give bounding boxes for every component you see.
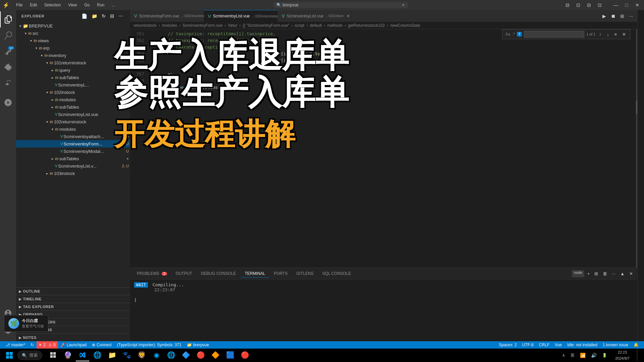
tab-1[interactable]: V ScminventoyForm.vue ...\102returninsto… — [130, 10, 204, 22]
tray-volume[interactable]: 🔊 — [589, 352, 599, 359]
new-terminal-button[interactable]: + — [586, 270, 592, 277]
taskbar-search[interactable]: 🔍 搜索 — [17, 351, 42, 360]
taskbar-app11[interactable]: 🔴 — [238, 349, 252, 361]
tab-2[interactable]: V ScminventoyList.vue ...\102returninsto… — [204, 10, 278, 22]
debug-stop-icon[interactable]: ⏹ — [609, 12, 617, 20]
tray-arrow[interactable]: ∧ — [560, 352, 567, 358]
find-select-highlights-button[interactable]: ≡ — [612, 31, 619, 38]
find-close-button[interactable]: ✕ — [621, 31, 628, 38]
bc-8[interactable]: methods — [326, 23, 343, 28]
outline-header[interactable]: ▶ OUTLINE — [16, 288, 130, 295]
tab-gitlens[interactable]: GITLENS — [292, 270, 317, 277]
status-typescript[interactable]: (TypeScript Importer): Symbols: 371 — [114, 341, 184, 349]
tab-problems[interactable]: PROBLEMS 2 — [133, 270, 171, 277]
layout-icon-3[interactable]: ⊟ — [585, 1, 593, 9]
split-editor-icon[interactable]: ⊞ — [619, 12, 626, 20]
bc-6[interactable]: script — [294, 23, 305, 28]
taskbar-app4[interactable]: 🦁 — [135, 349, 148, 361]
activity-extensions[interactable] — [0, 76, 16, 92]
notes-header[interactable]: ▶ NOTES — [16, 334, 130, 341]
activity-git[interactable]: 12 — [0, 44, 16, 60]
menu-more[interactable]: ... — [109, 2, 118, 8]
status-line-ending[interactable]: CRLF — [536, 341, 552, 349]
tree-103[interactable]: ▸ 🗁 103instock — [16, 170, 130, 177]
run-icon[interactable]: ▶ — [601, 12, 608, 20]
tree-inventory[interactable]: ▾ 🗁 inventory — [16, 52, 130, 59]
tray-network[interactable]: 📶 — [578, 352, 588, 359]
clock[interactable]: 22:23 2024/9/7 — [610, 349, 634, 362]
tree-root[interactable]: ▾ 📁 BRERPVUE — [16, 22, 130, 29]
terminal-close-button[interactable]: ✕ — [628, 270, 635, 277]
tree-modal[interactable]: ▸ V ScminventoyModal... U — [16, 147, 130, 155]
terminal-more-button[interactable]: ··· — [610, 270, 617, 277]
taskbar-app3[interactable]: 🐾 — [120, 349, 133, 361]
taskbar-app10[interactable]: 🟦 — [223, 349, 237, 361]
bc-10[interactable]: newColumnData — [390, 23, 421, 28]
status-bell[interactable]: 🔔 — [631, 341, 641, 349]
minimize-button[interactable]: — — [612, 1, 620, 9]
tree-102return[interactable]: ▾ 🗁 102returninstock ● — [16, 118, 130, 125]
tree-src[interactable]: ▾ 🗁 src — [16, 29, 130, 37]
refresh-icon[interactable]: ↻ — [100, 13, 107, 19]
status-encoding[interactable]: UTF-8 — [520, 341, 536, 349]
notification-popup[interactable]: 🌿 今日白露 查看节气习俗 — [4, 315, 48, 332]
menu-view[interactable]: View — [65, 2, 79, 8]
status-errors[interactable]: ✕ 2 ⚠ 0 — [37, 341, 57, 349]
taskbar-app7[interactable]: 🔷 — [179, 349, 193, 361]
taskbar-cortana[interactable]: 🔮 — [61, 349, 74, 361]
menu-go[interactable]: Go — [82, 2, 92, 8]
status-known-issue[interactable]: 1 known issue — [600, 341, 631, 349]
find-prev-button[interactable]: ↑ — [597, 31, 603, 38]
bc-4[interactable]: Vetur — [227, 23, 238, 28]
title-search-input[interactable] — [283, 3, 401, 7]
tab-ports[interactable]: PORTS — [270, 270, 291, 277]
new-file-icon[interactable]: 📄 — [80, 13, 89, 19]
menu-file[interactable]: File — [13, 2, 25, 8]
taskbar-app8[interactable]: 🔴 — [194, 349, 207, 361]
terminal-maximize-button[interactable]: ▲ — [619, 270, 626, 277]
collapse-icon[interactable]: ⊟ — [109, 13, 116, 19]
activity-debug[interactable] — [0, 60, 16, 76]
layout-icon-1[interactable]: ⊟ — [564, 1, 572, 9]
tabs-more-icon[interactable]: ··· — [627, 12, 635, 20]
taskbar-app9[interactable]: 🔶 — [209, 349, 222, 361]
menu-run[interactable]: Run — [94, 2, 107, 8]
node-label[interactable]: node — [572, 270, 584, 277]
activity-search[interactable] — [0, 27, 16, 44]
code-editor[interactable]: 761 762 763 764 765 766 767 768 769 // t… — [130, 29, 637, 267]
taskbar-view[interactable] — [46, 349, 60, 361]
right-scrollbar[interactable] — [637, 10, 644, 341]
tag-explorer-header[interactable]: ▶ TAG EXPLORER — [16, 303, 130, 310]
find-input[interactable]: brerpvue — [524, 31, 584, 38]
tree-modules2[interactable]: ▾ 🗁 modules ● — [16, 125, 130, 133]
status-connect[interactable]: ⊕ Connect — [89, 341, 114, 349]
tab-output[interactable]: OUTPUT — [172, 270, 196, 277]
tree-subtables1[interactable]: ▸ 🗁 subTables — [16, 74, 130, 81]
tab3-close[interactable]: ✕ — [346, 13, 351, 19]
status-spaces[interactable]: Spaces: 2 — [496, 341, 519, 349]
find-regex-icon[interactable]: .* — [512, 32, 515, 37]
status-language[interactable]: Vue — [552, 341, 565, 349]
bc-9[interactable]: getReturninstock102 — [347, 23, 385, 28]
status-idle[interactable]: Idle: not installed — [565, 341, 600, 349]
tab-debug-console[interactable]: DEBUG CONSOLE — [197, 270, 240, 277]
tree-erp[interactable]: ▾ 🗁 erp — [16, 44, 130, 52]
find-next-button[interactable]: ↓ — [605, 31, 611, 38]
status-sync[interactable]: ↻ — [28, 341, 37, 349]
tree-views[interactable]: ▾ 🗁 views — [16, 37, 130, 44]
tray-battery[interactable]: 🔋 — [600, 352, 609, 358]
code-content[interactable]: // taxinprice: receptitems[i].taxinprice… — [147, 29, 610, 267]
tab-terminal[interactable]: TERMINAL — [241, 270, 269, 278]
status-git-branch[interactable]: ⎇ master* — [3, 341, 28, 349]
status-launchpad[interactable]: 🚀 Launchpad — [58, 341, 89, 349]
start-button[interactable] — [3, 349, 16, 361]
title-search[interactable]: 🔍 ▼ — [274, 2, 408, 8]
tree-subtables3[interactable]: ▸ 🗁 subTables ● — [16, 155, 130, 162]
maximize-button[interactable]: □ — [623, 1, 631, 9]
tree-form[interactable]: ▸ V ScminventoyForm... U — [16, 140, 130, 147]
new-folder-icon[interactable]: 📁 — [90, 13, 99, 19]
activity-remote[interactable] — [0, 95, 16, 111]
close-button[interactable]: ✕ — [633, 1, 641, 9]
tab-3[interactable]: V ScminventoyList.vue ...\101return ✕ — [278, 10, 352, 22]
taskbar-browser1[interactable]: 🌐 — [91, 349, 104, 361]
